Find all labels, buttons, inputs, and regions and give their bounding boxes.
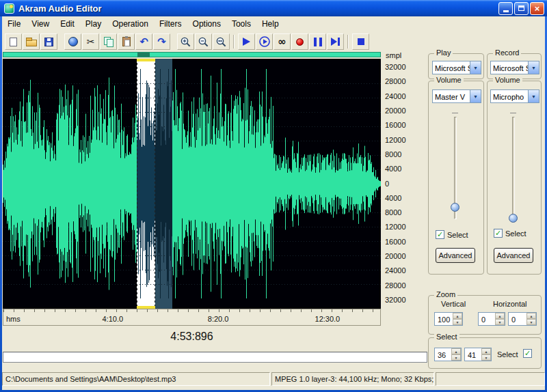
record-device-select[interactable]: Microsoft S ▼	[490, 61, 539, 74]
menu-item-help[interactable]: Help	[256, 17, 284, 31]
play-device-value: Microsoft S	[433, 61, 470, 74]
spin-down-icon[interactable]: ▼	[526, 319, 536, 325]
spin-down-icon[interactable]: ▼	[453, 319, 462, 325]
stop-button[interactable]	[352, 33, 369, 50]
group-title: Select	[434, 333, 459, 341]
paste-button[interactable]	[118, 33, 135, 50]
select-range-checkbox[interactable]: ✓	[523, 349, 532, 358]
menu-item-filters[interactable]: Filters	[154, 17, 187, 31]
y-axis-tick: 4000	[385, 195, 415, 202]
new-document-icon	[10, 38, 17, 46]
y-axis-tick: 32000	[385, 64, 415, 71]
undo-button[interactable]: ↶	[135, 33, 152, 50]
zoom-in-icon	[180, 36, 191, 48]
dropdown-arrow-icon[interactable]: ▼	[470, 61, 481, 74]
spin-down-icon[interactable]: ▼	[481, 354, 491, 361]
zoom-vertical-label: Vertical	[441, 300, 466, 308]
status-file-path: C:\Documents and Settings\AAM\Desktop\te…	[2, 372, 270, 386]
cut-icon: ✂	[87, 37, 95, 46]
pause-button[interactable]	[309, 33, 326, 50]
mixer-button[interactable]	[64, 33, 81, 50]
y-axis-ticks: 3200028000240002000016000120008000400004…	[385, 64, 415, 304]
loop-button[interactable]: ∞	[274, 33, 291, 50]
redo-button[interactable]: ↷	[153, 33, 170, 50]
copy-button[interactable]	[100, 33, 117, 50]
waveform-canvas[interactable]	[3, 59, 381, 309]
select-to-spinner[interactable]: 41 ▲▼	[464, 348, 492, 361]
y-axis-tick: 0	[385, 180, 415, 188]
close-button[interactable]: ×	[530, 2, 544, 15]
open-button[interactable]	[23, 33, 40, 50]
group-title: Zoom	[434, 290, 457, 298]
menu-item-play[interactable]: Play	[80, 17, 107, 31]
zoom-horizontal-spinner-2[interactable]: 0 ▲▼	[508, 312, 537, 326]
checkbox-box[interactable]: ✓	[436, 230, 444, 239]
redo-icon: ↷	[157, 37, 166, 47]
checkbox-box[interactable]: ✓	[494, 229, 503, 238]
zoom-selection-button[interactable]	[213, 33, 230, 50]
spin-up-icon[interactable]: ▲	[526, 313, 536, 319]
spin-down-icon[interactable]: ▼	[495, 319, 505, 325]
stop-icon	[358, 38, 364, 45]
dropdown-arrow-icon[interactable]: ▼	[528, 90, 539, 102]
menu-item-edit[interactable]: Edit	[55, 17, 80, 31]
record-volume-slider-thumb[interactable]	[509, 214, 518, 223]
record-volume-group: Volume Micropho ▼ ✓ Select Advanced	[487, 81, 542, 275]
zoom-horizontal-spinner-1[interactable]: 0 ▲▼	[478, 312, 505, 326]
y-axis-tick: 8000	[385, 209, 415, 216]
pause-icon	[314, 38, 322, 46]
spin-up-icon[interactable]: ▲	[451, 348, 461, 354]
zoom-vertical-spinner[interactable]: 100 ▲▼	[434, 312, 463, 326]
dropdown-arrow-icon[interactable]: ▼	[470, 90, 481, 102]
save-icon	[44, 38, 53, 46]
spinner-value: 0	[479, 313, 495, 325]
play-button[interactable]	[238, 33, 255, 50]
maximize-button[interactable]	[514, 2, 529, 15]
menu-item-view[interactable]: View	[26, 17, 55, 31]
play-device-select[interactable]: Microsoft S ▼	[432, 61, 481, 74]
zoom-in-button[interactable]	[177, 33, 194, 50]
record-volume-slider-track[interactable]	[512, 117, 515, 221]
play-all-button[interactable]	[256, 33, 273, 50]
check-icon: ✓	[437, 230, 443, 239]
record-volume-select-checkbox[interactable]: ✓ Select	[494, 229, 526, 238]
new-button[interactable]	[5, 33, 22, 50]
zoom-out-button[interactable]	[195, 33, 212, 50]
record-advanced-button[interactable]: Advanced	[494, 248, 533, 263]
spin-down-icon[interactable]: ▼	[451, 354, 461, 361]
close-icon: ×	[535, 4, 540, 13]
menu-item-file[interactable]: File	[2, 17, 26, 31]
app-window: Akram Audio Editor × FileViewEditPlayOpe…	[0, 0, 547, 392]
time-axis-origin-label: hms	[6, 315, 21, 323]
menu-item-tools[interactable]: Tools	[226, 17, 256, 31]
minimize-button[interactable]	[498, 2, 513, 15]
play-volume-select-checkbox[interactable]: ✓ Select	[436, 230, 468, 239]
waveform-overview-bar[interactable]	[3, 52, 381, 57]
cut-button[interactable]: ✂	[82, 33, 99, 50]
dropdown-arrow-icon[interactable]: ▼	[528, 61, 539, 74]
horizontal-scrollbar[interactable]	[3, 352, 427, 363]
y-axis-tick: 12000	[385, 137, 415, 144]
zoom-horizontal-label: Horizontal	[493, 300, 527, 308]
record-volume-device-select[interactable]: Micropho ▼	[490, 89, 539, 103]
y-axis-tick: 16000	[385, 122, 415, 129]
checkbox-label: Select	[447, 231, 468, 239]
time-axis[interactable]: hms 4:10.08:20.012:30.0	[3, 309, 381, 326]
advanced-button-label: Advanced	[439, 251, 472, 260]
play-to-end-button[interactable]	[327, 33, 344, 50]
spin-up-icon[interactable]: ▲	[481, 348, 491, 354]
copy-icon	[104, 37, 113, 46]
toolbar: ✂ ↶ ↷	[2, 31, 545, 52]
spin-up-icon[interactable]: ▲	[453, 313, 462, 319]
menu-item-operation[interactable]: Operation	[107, 17, 154, 31]
play-advanced-button[interactable]: Advanced	[436, 248, 475, 263]
menu-item-options[interactable]: Options	[187, 17, 226, 31]
save-button[interactable]	[40, 33, 57, 50]
window-frame-left	[0, 0, 2, 392]
spin-up-icon[interactable]: ▲	[495, 313, 505, 319]
y-axis-tick: 8000	[385, 151, 415, 158]
select-from-spinner[interactable]: 36 ▲▼	[434, 348, 462, 361]
play-volume-device-select[interactable]: Master V ▼	[432, 89, 481, 103]
record-button[interactable]	[291, 33, 308, 50]
play-volume-slider-thumb[interactable]	[451, 203, 459, 212]
